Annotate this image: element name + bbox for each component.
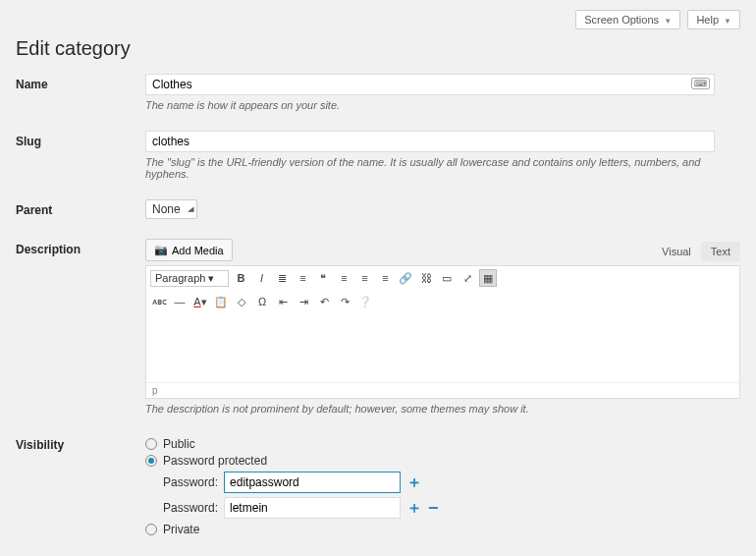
name-hint: The name is how it appears on your site. <box>145 99 740 111</box>
add-password-button[interactable]: ＋ <box>406 473 422 493</box>
align-right-button[interactable]: ≡ <box>376 269 394 287</box>
bullet-list-button[interactable]: ≣ <box>273 269 291 287</box>
screen-options-label: Screen Options <box>584 14 659 26</box>
name-input[interactable] <box>145 74 715 95</box>
parent-label: Parent <box>16 199 145 217</box>
outdent-button[interactable]: ⇤ <box>274 293 292 310</box>
chevron-down-icon: ▼ <box>724 17 731 26</box>
fullscreen-button[interactable]: ⤢ <box>459 269 476 287</box>
tab-text[interactable]: Text <box>701 242 740 261</box>
unlink-button[interactable]: ⛓ <box>417 269 435 287</box>
radio-icon <box>145 524 157 535</box>
media-icon: 📷 <box>154 244 168 256</box>
hr-button[interactable]: — <box>171 293 189 310</box>
radio-icon <box>145 455 157 467</box>
private-label: Private <box>163 523 199 536</box>
add-media-button[interactable]: 📷 Add Media <box>145 239 233 261</box>
parent-select-value: None <box>152 202 181 216</box>
radio-icon <box>145 438 157 450</box>
strikethrough-button[interactable]: ᴀʙᴄ <box>150 293 168 310</box>
slug-input[interactable] <box>145 131 715 152</box>
italic-button[interactable]: I <box>252 269 270 287</box>
readmore-button[interactable]: ▭ <box>438 269 456 287</box>
password-protected-label: Password protected <box>163 454 267 468</box>
screen-options-button[interactable]: Screen Options ▼ <box>575 10 680 29</box>
indent-button[interactable]: ⇥ <box>295 293 312 310</box>
help-icon-button[interactable]: ❔ <box>356 293 374 310</box>
visibility-private[interactable]: Private <box>145 523 740 536</box>
paste-button[interactable]: 📋 <box>212 293 230 310</box>
password-input-2[interactable] <box>224 497 401 519</box>
remove-password-button[interactable]: − <box>428 498 439 519</box>
editor-path: p <box>146 382 739 398</box>
visibility-password-protected[interactable]: Password protected <box>145 454 740 468</box>
keyboard-icon: ⌨ <box>691 78 710 89</box>
undo-button[interactable]: ↶ <box>315 293 333 310</box>
textcolor-button[interactable]: A ▾ <box>191 293 209 310</box>
specialchar-button[interactable]: Ω <box>253 293 271 310</box>
add-password-button[interactable]: ＋ <box>406 498 422 519</box>
description-editor: Paragraph ▾ B I ≣ ≡ ❝ ≡ ≡ ≡ 🔗 ⛓ ▭ ⤢ ▦ ᴀʙ… <box>145 265 740 399</box>
slug-hint: The "slug" is the URL-friendly version o… <box>145 156 740 180</box>
toolbar-toggle-button[interactable]: ▦ <box>479 269 497 287</box>
password-label-2: Password: <box>163 501 218 515</box>
clearformat-button[interactable]: ◇ <box>233 293 250 310</box>
public-label: Public <box>163 437 195 451</box>
add-media-label: Add Media <box>172 245 224 256</box>
bold-button[interactable]: B <box>232 269 249 287</box>
description-textarea[interactable] <box>146 313 739 382</box>
description-hint: The description is not prominent by defa… <box>145 403 740 415</box>
help-label: Help <box>696 14 719 26</box>
name-label: Name <box>16 74 145 91</box>
blockquote-button[interactable]: ❝ <box>314 269 332 287</box>
page-title: Edit category <box>16 37 740 60</box>
password-input-1[interactable] <box>224 472 401 493</box>
chevron-down-icon: ▼ <box>664 17 672 26</box>
number-list-button[interactable]: ≡ <box>294 269 311 287</box>
link-button[interactable]: 🔗 <box>397 269 414 287</box>
password-label-1: Password: <box>163 475 218 489</box>
description-label: Description <box>16 239 145 256</box>
slug-label: Slug <box>16 131 145 148</box>
align-left-button[interactable]: ≡ <box>335 269 352 287</box>
visibility-public[interactable]: Public <box>145 437 740 451</box>
parent-select[interactable]: None <box>145 199 197 219</box>
tab-visual[interactable]: Visual <box>652 242 701 261</box>
help-button[interactable]: Help ▼ <box>687 10 740 29</box>
format-select[interactable]: Paragraph ▾ <box>150 270 229 287</box>
redo-button[interactable]: ↷ <box>336 293 353 310</box>
align-center-button[interactable]: ≡ <box>355 269 373 287</box>
visibility-label: Visibility <box>16 434 145 452</box>
